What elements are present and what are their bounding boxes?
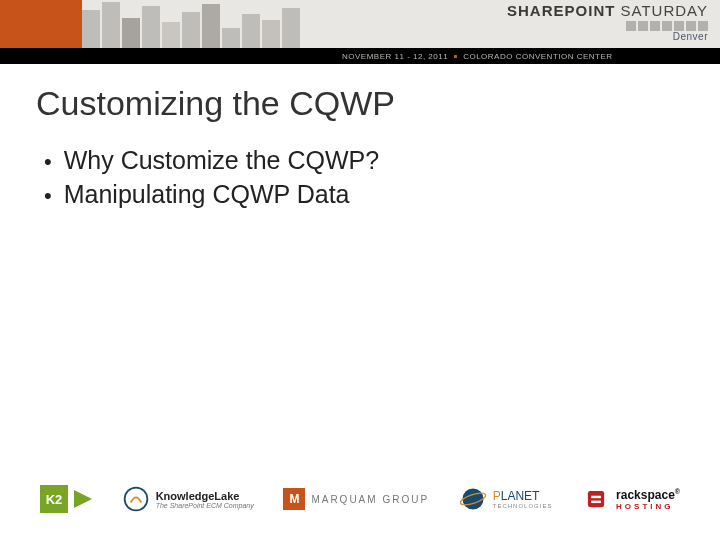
bullet-list: • Why Customize the CQWP? • Manipulating… [44, 144, 379, 212]
slide-title: Customizing the CQWP [36, 84, 395, 123]
bullet-text: Why Customize the CQWP? [64, 144, 379, 178]
sponsor-tagline: TECHNOLOGIES [493, 503, 553, 509]
svg-point-1 [462, 489, 483, 510]
event-name-b: SATURDAY [621, 2, 708, 19]
bullet-icon: • [44, 147, 52, 177]
sponsor-strip: K2 KnowledgeLake The SharePoint ECM Comp… [0, 476, 720, 522]
svg-point-0 [124, 488, 147, 511]
marquam-logo-icon: M [283, 488, 305, 510]
sponsor-tagline: The SharePoint ECM Company [156, 502, 254, 509]
rackspace-logo-icon [582, 485, 610, 513]
list-item: • Manipulating CQWP Data [44, 178, 379, 212]
event-name-a: SHAREPOINT [507, 2, 615, 19]
planet-logo-icon [459, 485, 487, 513]
svg-rect-4 [591, 496, 601, 498]
sponsor-k2: K2 [40, 485, 92, 513]
k2-triangle-icon [74, 490, 92, 508]
banner-background: SHAREPOINT SATURDAY Denver [82, 0, 720, 48]
sponsor-rackspace: rackspace® HOSTING [582, 485, 680, 513]
knowledgelake-logo-icon [122, 485, 150, 513]
bullet-icon: • [44, 181, 52, 211]
logo-squares [507, 21, 708, 31]
sponsor-label: LANET [501, 489, 540, 503]
separator-dot-icon [454, 55, 457, 58]
event-city: Denver [507, 31, 708, 42]
sponsor-label: rackspace [616, 488, 675, 502]
skyline-graphic [82, 0, 342, 48]
sponsor-label-accent: P [493, 489, 501, 503]
k2-logo-icon: K2 [40, 485, 68, 513]
banner-infobar: NOVEMBER 11 - 12, 2011 COLORADO CONVENTI… [82, 48, 720, 64]
registered-icon: ® [675, 488, 680, 495]
bullet-text: Manipulating CQWP Data [64, 178, 350, 212]
accent-block [0, 0, 82, 48]
sponsor-tagline: HOSTING [616, 502, 680, 511]
event-date: NOVEMBER 11 - 12, 2011 [342, 52, 448, 61]
sponsor-label: MARQUAM GROUP [311, 494, 429, 505]
sponsor-knowledgelake: KnowledgeLake The SharePoint ECM Company [122, 485, 254, 513]
list-item: • Why Customize the CQWP? [44, 144, 379, 178]
svg-rect-3 [588, 491, 604, 507]
svg-rect-5 [591, 501, 601, 503]
sponsor-label: KnowledgeLake [156, 490, 240, 502]
event-venue: COLORADO CONVENTION CENTER [463, 52, 612, 61]
sponsor-planet: PLANET TECHNOLOGIES [459, 485, 553, 513]
event-logo: SHAREPOINT SATURDAY Denver [507, 2, 708, 42]
header-banner: SHAREPOINT SATURDAY Denver NOVEMBER 11 -… [0, 0, 720, 64]
sponsor-marquam: M MARQUAM GROUP [283, 488, 429, 510]
